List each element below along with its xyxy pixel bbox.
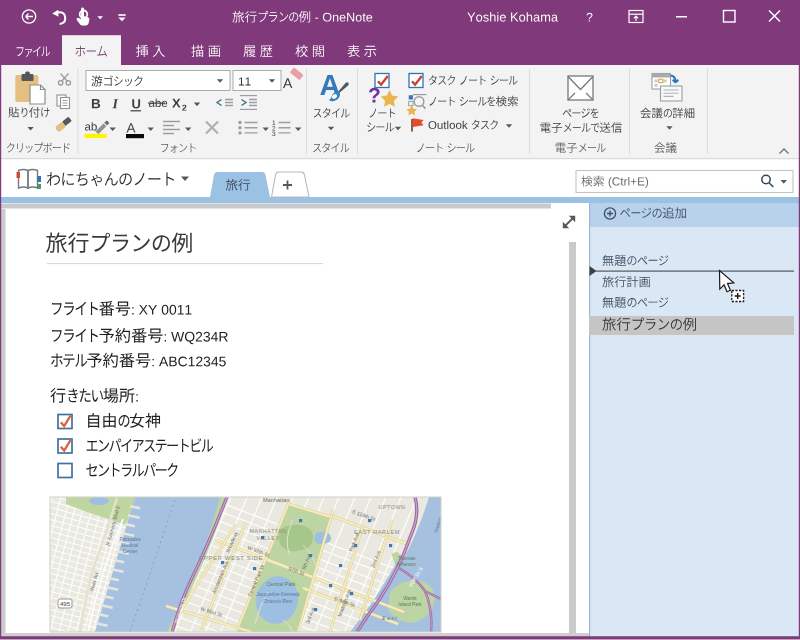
svg-text:EAST HARLEM: EAST HARLEM bbox=[354, 529, 400, 535]
svg-text:Onassis Resr: Onassis Resr bbox=[263, 599, 293, 604]
svg-text:Jacqueline Kennedy: Jacqueline Kennedy bbox=[255, 592, 301, 597]
svg-text:E a s t: E a s t bbox=[382, 615, 397, 621]
svg-text:UPTOWN: UPTOWN bbox=[379, 504, 406, 510]
svg-text:495: 495 bbox=[60, 601, 71, 607]
svg-text:Thomas: Thomas bbox=[398, 556, 416, 561]
svg-text:Palisades: Palisades bbox=[119, 537, 141, 542]
svg-text:Manhattan: Manhattan bbox=[263, 497, 289, 503]
svg-text:Center: Center bbox=[123, 549, 138, 554]
svg-text:UPPER WEST SIDE: UPPER WEST SIDE bbox=[199, 555, 263, 561]
svg-text:VALLEY: VALLEY bbox=[257, 535, 280, 541]
svg-text:Island Park: Island Park bbox=[398, 602, 422, 607]
svg-text:Central Park: Central Park bbox=[267, 581, 296, 587]
svg-text:MANHATTAN: MANHATTAN bbox=[249, 528, 286, 534]
svg-text:Jefferson: Jefferson bbox=[396, 562, 416, 567]
svg-text:Wards: Wards bbox=[403, 596, 417, 601]
svg-text:Medical: Medical bbox=[122, 543, 139, 548]
